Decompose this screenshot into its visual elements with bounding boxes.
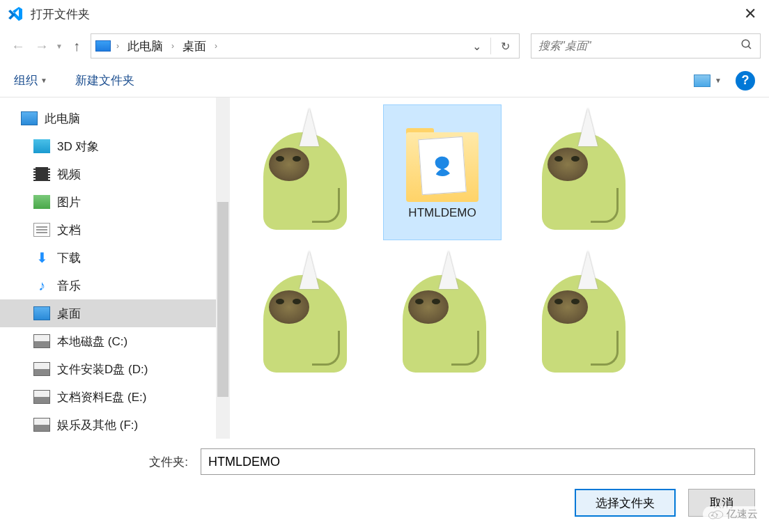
sidebar-item[interactable]: 文档资料E盘 (E:) — [0, 383, 230, 411]
title-bar: 打开文件夹 ✕ — [0, 0, 769, 28]
organize-menu[interactable]: 组织 ▼ — [14, 72, 47, 88]
sidebar-item[interactable]: 3D 对象 — [0, 132, 230, 160]
sidebar-item-label: 此电脑 — [45, 111, 80, 127]
back-button[interactable]: ← — [8, 36, 28, 56]
sidebar-item[interactable]: ⬇下载 — [0, 244, 230, 272]
image-thumbnail — [249, 254, 357, 376]
sidebar-item-label: 桌面 — [57, 306, 81, 322]
breadcrumb-separator: › — [114, 41, 122, 51]
select-folder-button[interactable]: 选择文件夹 — [575, 489, 676, 517]
sidebar: 此电脑3D 对象视频图片文档⬇下载♪音乐桌面本地磁盘 (C:)文件安装D盘 (D… — [0, 97, 230, 439]
navigation-bar: ← → ▼ ↑ › 此电脑 › 桌面 › ⌄ ↻ — [0, 28, 769, 64]
image-item[interactable] — [244, 247, 362, 383]
view-icon — [694, 75, 710, 87]
scrollbar-thumb[interactable] — [217, 202, 228, 397]
sidebar-item-label: 3D 对象 — [57, 139, 99, 155]
view-options[interactable]: ▼ — [694, 75, 722, 87]
close-button[interactable]: ✕ — [738, 2, 762, 26]
sidebar-item[interactable]: 图片 — [0, 188, 230, 216]
sidebar-item-label: 文件安装D盘 (D:) — [57, 361, 148, 377]
sidebar-item[interactable]: 本地磁盘 (C:) — [0, 327, 230, 355]
breadcrumb-this-pc[interactable]: 此电脑 — [125, 37, 166, 56]
new-folder-label: 新建文件夹 — [75, 72, 134, 88]
image-thumbnail — [528, 111, 636, 233]
search-box[interactable] — [531, 33, 761, 58]
sidebar-item-label: 娱乐及其他 (F:) — [57, 417, 138, 433]
breadcrumb-desktop[interactable]: 桌面 — [180, 37, 209, 56]
file-grid: HTMLDEMO — [230, 97, 769, 439]
sidebar-item[interactable]: 娱乐及其他 (F:) — [0, 411, 230, 439]
chevron-down-icon: ▼ — [40, 77, 47, 84]
svg-point-3 — [713, 510, 722, 518]
breadcrumb-separator: › — [169, 41, 177, 51]
help-button[interactable]: ? — [736, 71, 755, 91]
sidebar-item[interactable]: 桌面 — [0, 299, 230, 327]
vscode-icon — [7, 6, 24, 22]
folder-icon — [401, 125, 484, 202]
svg-point-4 — [711, 515, 713, 516]
svg-line-1 — [748, 46, 751, 49]
image-thumbnail — [389, 254, 497, 376]
image-item[interactable] — [244, 104, 362, 240]
sidebar-item-label: 音乐 — [57, 278, 81, 294]
sidebar-item-label: 视频 — [57, 166, 81, 182]
sidebar-item-label: 文档 — [57, 222, 81, 238]
window-title: 打开文件夹 — [31, 6, 738, 22]
svg-point-5 — [716, 513, 717, 515]
sidebar-item[interactable]: ♪音乐 — [0, 272, 230, 299]
toolbar: 组织 ▼ 新建文件夹 ▼ ? — [0, 64, 769, 97]
address-dropdown[interactable]: ⌄ — [467, 36, 486, 56]
sidebar-item[interactable]: 此电脑 — [0, 104, 230, 132]
watermark-text: 亿速云 — [727, 508, 758, 521]
sidebar-item-label: 本地磁盘 (C:) — [57, 334, 127, 350]
folder-name-input[interactable] — [201, 448, 755, 475]
forward-button[interactable]: → — [32, 36, 52, 56]
chevron-down-icon: ▼ — [715, 77, 722, 84]
sidebar-item[interactable]: 文档 — [0, 216, 230, 244]
history-dropdown[interactable]: ▼ — [56, 42, 63, 50]
image-thumbnail — [528, 254, 636, 376]
refresh-button[interactable]: ↻ — [495, 36, 515, 56]
pc-icon — [95, 40, 111, 52]
main-area: 此电脑3D 对象视频图片文档⬇下载♪音乐桌面本地磁盘 (C:)文件安装D盘 (D… — [0, 97, 769, 439]
sidebar-item-label: 图片 — [57, 194, 81, 210]
watermark: 亿速云 — [703, 506, 762, 522]
sidebar-item-label: 文档资料E盘 (E:) — [57, 389, 146, 405]
image-item[interactable] — [522, 104, 641, 240]
file-label: HTMLDEMO — [408, 206, 476, 220]
svg-point-0 — [742, 40, 749, 47]
sidebar-item[interactable]: 视频 — [0, 160, 230, 188]
footer: 文件夹: 选择文件夹 取消 — [0, 439, 769, 524]
image-item[interactable] — [383, 247, 502, 383]
image-item[interactable] — [522, 247, 641, 383]
image-thumbnail — [249, 111, 357, 233]
organize-label: 组织 — [14, 72, 38, 88]
breadcrumb-separator: › — [212, 41, 220, 51]
search-icon[interactable] — [740, 38, 753, 54]
folder-field-label: 文件夹: — [14, 454, 195, 470]
address-bar[interactable]: › 此电脑 › 桌面 › ⌄ ↻ — [91, 33, 520, 58]
sidebar-item[interactable]: 文件安装D盘 (D:) — [0, 355, 230, 383]
up-button[interactable]: ↑ — [67, 36, 86, 56]
sidebar-item-label: 下载 — [57, 250, 81, 266]
search-input[interactable] — [538, 40, 740, 52]
folder-item[interactable]: HTMLDEMO — [383, 104, 502, 240]
new-folder-button[interactable]: 新建文件夹 — [75, 72, 134, 88]
